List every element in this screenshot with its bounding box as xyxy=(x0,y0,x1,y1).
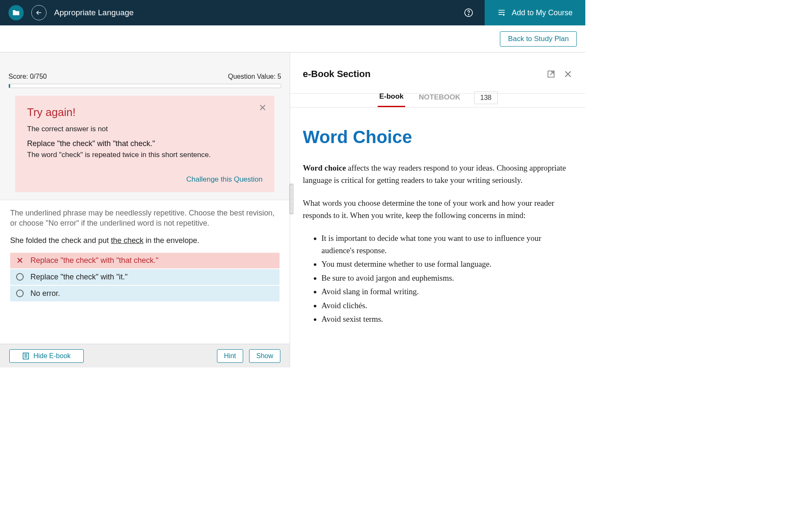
sentence-pre: She folded the check and put xyxy=(10,236,111,245)
arrow-left-icon xyxy=(35,9,43,17)
ebook-header: e-Book Section xyxy=(290,52,585,80)
ebook-content[interactable]: Word Choice Word choice affects the way … xyxy=(290,108,585,367)
split-drag-handle[interactable] xyxy=(289,184,294,214)
ebook-bullet: You must determine whether to use formal… xyxy=(321,258,573,271)
choice-text: Replace "the check" with "it." xyxy=(30,273,128,282)
choice-option[interactable]: No error. xyxy=(10,286,280,301)
svg-point-1 xyxy=(468,14,469,15)
radio-icon xyxy=(16,273,24,281)
page-title: Appropriate Language xyxy=(54,8,134,17)
subheader: Back to Study Plan xyxy=(0,25,585,52)
hint-button[interactable]: Hint xyxy=(217,349,243,363)
feedback-explain: The word "check" is repeated twice in th… xyxy=(27,151,263,159)
close-feedback-button[interactable] xyxy=(258,103,267,112)
back-button[interactable] xyxy=(31,5,47,20)
close-ebook-button[interactable] xyxy=(563,69,573,79)
tab-notebook[interactable]: NOTEBOOK xyxy=(417,89,462,107)
challenge-link-container: Challenge this Question xyxy=(27,175,263,184)
feedback-strong: Replace "the check" with "that check." xyxy=(27,139,263,148)
feedback-line: The correct answer is not xyxy=(27,125,263,133)
sentence-post: in the envelope. xyxy=(143,236,199,245)
progress-fill xyxy=(9,84,10,88)
popout-button[interactable] xyxy=(546,69,556,79)
question-value-label: Question Value: 5 xyxy=(228,73,281,80)
ebook-bullet: Avoid sexist terms. xyxy=(321,313,573,326)
radio-icon xyxy=(16,290,24,297)
hide-ebook-button[interactable]: Hide E-book xyxy=(9,349,84,363)
ebook-header-icons xyxy=(546,69,573,79)
ebook-paragraph: Word choice affects the way readers resp… xyxy=(303,162,573,186)
main-split: Score: 0/750 Question Value: 5 Try again… xyxy=(0,52,585,367)
ebook-paragraph: What words you choose determine the tone… xyxy=(303,197,573,221)
feedback-title: Try again! xyxy=(27,106,263,119)
choice-wrong[interactable]: Replace "the check" with "that check." xyxy=(10,253,280,268)
header-left: Appropriate Language xyxy=(0,5,134,20)
app-header: Appropriate Language Add to My Course xyxy=(0,0,585,25)
ebook-tabs: E-book NOTEBOOK 138 xyxy=(290,88,585,108)
quiz-pane: Score: 0/750 Question Value: 5 Try again… xyxy=(0,52,290,367)
question-instruction: The underlined phrase may be needlessly … xyxy=(10,208,280,229)
choice-text: No error. xyxy=(30,289,60,298)
ebook-bullet: Avoid slang in formal writing. xyxy=(321,286,573,298)
close-icon xyxy=(563,69,573,79)
quiz-footer: Hide E-book Hint Show xyxy=(0,344,290,367)
challenge-question-link[interactable]: Challenge this Question xyxy=(186,175,263,183)
help-button[interactable] xyxy=(464,8,474,18)
ebook-bullet: Be sure to avoid jargon and euphemisms. xyxy=(321,272,573,284)
folder-button[interactable] xyxy=(8,5,24,20)
ebook-bullet: Avoid clichés. xyxy=(321,300,573,312)
ebook-pane: e-Book Section E-book NOTEBOOK 138 Word … xyxy=(290,52,585,367)
score-bar: Score: 0/750 Question Value: 5 xyxy=(0,52,290,84)
popout-icon xyxy=(546,69,556,79)
score-label: Score: 0/750 xyxy=(8,73,47,80)
ebook-h1: Word Choice xyxy=(303,124,573,150)
sentence-underlined: the check xyxy=(111,236,143,245)
wrong-icon xyxy=(16,257,24,264)
hide-ebook-label: Hide E-book xyxy=(33,352,71,360)
question-sentence: She folded the check and put the check i… xyxy=(10,236,280,245)
ebook-section-title: e-Book Section xyxy=(303,69,370,80)
add-list-icon xyxy=(497,9,506,17)
feedback-card: Try again! The correct answer is not Rep… xyxy=(15,96,274,192)
choice-option[interactable]: Replace "the check" with "it." xyxy=(10,269,280,285)
folder-icon xyxy=(12,9,20,16)
progress-bar xyxy=(8,84,281,88)
divider xyxy=(290,93,585,94)
choice-text: Replace "the check" with "that check." xyxy=(30,256,159,265)
tab-ebook[interactable]: E-book xyxy=(378,88,406,107)
add-to-course-button[interactable]: Add to My Course xyxy=(485,0,585,25)
ebook-bullet: It is important to decide what tone you … xyxy=(321,232,573,257)
close-icon xyxy=(258,103,267,112)
show-button[interactable]: Show xyxy=(249,349,280,363)
help-icon xyxy=(464,8,473,17)
add-to-course-label: Add to My Course xyxy=(512,8,573,17)
question-body: The underlined phrase may be needlessly … xyxy=(0,200,290,344)
ebook-lead-bold: Word choice xyxy=(303,163,346,172)
back-to-study-plan-button[interactable]: Back to Study Plan xyxy=(500,31,577,47)
ebook-icon xyxy=(22,352,29,360)
ebook-list: It is important to decide what tone you … xyxy=(321,232,573,326)
